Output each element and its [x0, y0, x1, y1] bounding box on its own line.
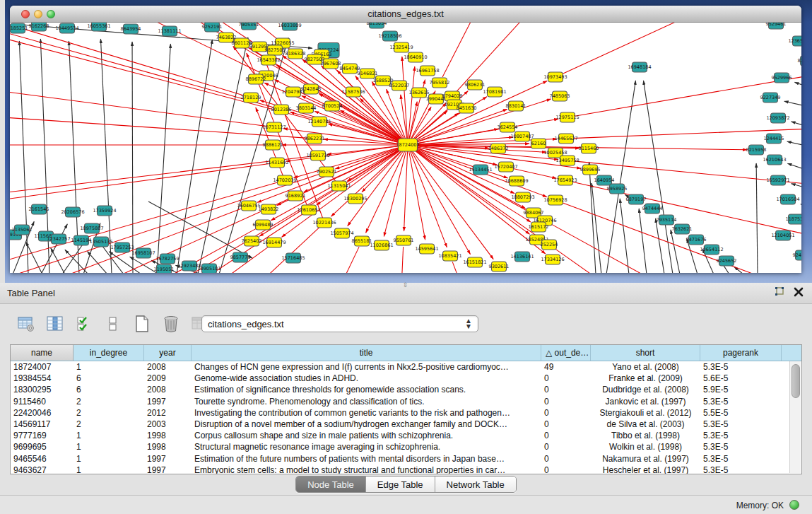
cell-pagerank: 5.3E-5 [700, 419, 782, 429]
network-node-label: 7485063 [550, 93, 570, 99]
cell-out_degree: 0 [541, 408, 591, 418]
network-node-label: 14465627 [554, 136, 577, 141]
network-node-label: 10449534 [55, 25, 78, 31]
table-row[interactable]: 1938455462009Genome-wide association stu… [11, 373, 801, 384]
network-node-label: 11431692 [265, 160, 288, 165]
citation-edge-black [656, 218, 664, 273]
table-row[interactable]: 1872400712008Changes of HCN gene express… [11, 361, 801, 373]
network-node-label: 9529461 [766, 23, 787, 27]
cell-year: 2003 [144, 419, 192, 429]
network-node-label: 12610651 [297, 207, 320, 213]
network-node-label: 11587536 [341, 89, 365, 95]
cell-name: 9777169 [11, 431, 73, 440]
network-node-label: 17334126 [541, 257, 564, 262]
cell-in_degree: 1 [73, 454, 144, 464]
network-node-label: 12047983 [281, 89, 305, 95]
table-selector-value: citations_edges.txt [208, 319, 284, 329]
citation-edge-black [794, 82, 801, 88]
column-header-short[interactable]: short [591, 345, 700, 361]
network-node-label: 1640954 [594, 177, 615, 183]
tab-edge-table[interactable]: Edge Table [366, 477, 435, 492]
cell-pagerank: 5.3E-5 [700, 362, 782, 372]
table-row[interactable]: 1456911722003Disruption of a novel membe… [11, 419, 801, 430]
network-node-label: 16948184 [628, 64, 651, 70]
network-node-label: 9529966 [772, 75, 792, 81]
network-canvas[interactable]: 2185251916226810449534160553618643954113… [10, 23, 801, 273]
column-header-out_degree[interactable]: △ out_de… [541, 345, 591, 361]
network-node-label: 62160 [531, 141, 546, 146]
network-node-label: 8830141 [506, 103, 526, 109]
cell-name: 9465546 [11, 454, 73, 464]
cell-in_degree: 1 [73, 442, 144, 452]
network-node-label: 2967608 [321, 61, 341, 66]
cell-year: 1998 [144, 442, 192, 452]
network-node-label: 17081981 [483, 89, 506, 95]
column-header-pagerank[interactable]: pagerank [700, 345, 782, 361]
column-header-year[interactable]: year [144, 345, 192, 361]
select-all-columns-icon[interactable] [73, 313, 95, 334]
cell-in_degree: 2 [73, 397, 144, 407]
table-scrollbar[interactable] [789, 361, 801, 473]
cell-name: 22420046 [11, 408, 73, 418]
table-settings-icon[interactable] [16, 313, 37, 334]
column-header-name[interactable]: name [11, 345, 73, 361]
column-chooser-icon[interactable] [45, 313, 66, 334]
network-node-label: 14595641 [415, 246, 438, 252]
cell-short: Yano et al. (2008) [591, 362, 700, 372]
dropdown-arrows-icon: ▲▼ [465, 318, 472, 329]
tab-node-table[interactable]: Node Table [296, 477, 366, 492]
table-row[interactable]: 2242004622012Investigating the contribut… [11, 407, 801, 419]
column-header-in_degree[interactable]: in_degree [73, 345, 144, 361]
node-table: namein_degreeyeartitle△ out_de…shortpage… [10, 344, 802, 474]
network-node-label: 8186328 [286, 51, 306, 57]
table-row[interactable]: 977716911998Corpus callosum shape and si… [11, 430, 801, 441]
unselect-columns-icon[interactable] [102, 313, 124, 334]
network-node-label: 14136141 [510, 254, 534, 259]
panel-resize-handle[interactable]: ⇳ [403, 281, 408, 288]
table-row[interactable]: 946362711997Embryonic stem cells: a mode… [11, 465, 801, 474]
table-scrollbar-thumb[interactable] [792, 364, 800, 398]
table-row[interactable]: 946554611997Estimation of the future num… [11, 453, 801, 465]
citation-edge-red [384, 247, 403, 273]
network-node-label: 12975115 [555, 115, 579, 120]
network-node-label: 1493822 [259, 206, 279, 212]
table-panel-title: Table Panel [7, 288, 55, 298]
network-node-label: 9827508 [265, 47, 286, 53]
citation-edge-red [10, 71, 268, 126]
network-node-label: 16046755 [237, 203, 260, 209]
cell-year: 2008 [144, 385, 192, 395]
network-node-label: 16958107 [131, 250, 155, 256]
table-row[interactable]: 969969511998Structural magnetic resonanc… [11, 441, 801, 452]
cell-out_degree: 0 [541, 373, 591, 383]
network-window-title: citations_edges.txt [10, 8, 801, 19]
memory-status-label: Memory: OK [736, 501, 784, 510]
network-window-titlebar[interactable]: citations_edges.txt [10, 6, 801, 23]
column-header-title[interactable]: title [192, 345, 541, 361]
cell-title: Changes of HCN gene expression and I(f) … [192, 362, 541, 372]
network-node-label: 8896722 [246, 76, 266, 82]
citation-edge-black [132, 42, 133, 273]
network-node-label: 10756928 [543, 197, 567, 203]
cell-short: Dudbridge et al. (2008) [591, 385, 700, 395]
cell-out_degree: 0 [541, 442, 591, 452]
network-node-label: 10905101 [197, 266, 220, 271]
new-table-icon[interactable] [131, 313, 153, 334]
cell-in_degree: 1 [73, 465, 144, 474]
table-row[interactable]: 1830029562008Estimation of significance … [11, 384, 801, 395]
tab-network-table[interactable]: Network Table [435, 477, 516, 492]
close-icon[interactable] [794, 287, 804, 297]
cell-short: Hescheler et al. (1997) [591, 465, 700, 474]
network-node-label: 7955812 [430, 80, 450, 86]
network-node-label: 15592971 [766, 177, 789, 183]
delete-column-trash-icon[interactable] [160, 313, 182, 334]
table-panel-header: ⇳ Table Panel [0, 283, 812, 304]
table-selector-dropdown[interactable]: citations_edges.txt ▲▼ [201, 315, 478, 332]
network-node-label: 10807487 [510, 134, 534, 139]
table-row[interactable]: 911546021997Tourette syndrome. Phenomeno… [11, 396, 801, 407]
network-node-label: 10973493 [543, 74, 567, 80]
cell-pagerank: 5.3E-5 [700, 454, 782, 464]
cell-short: Wolkin et al. (1998) [591, 442, 700, 452]
network-node-label: 2718129 [241, 95, 261, 100]
float-window-icon[interactable] [774, 286, 785, 298]
network-node-label: 8655181 [352, 238, 372, 244]
